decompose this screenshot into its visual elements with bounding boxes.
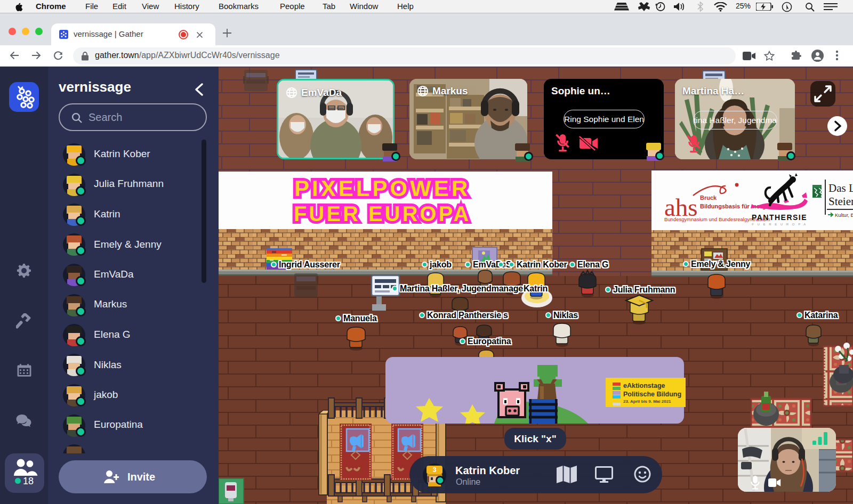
svg-text:Bruck: Bruck [700,194,717,201]
svg-text:Das La: Das La [828,182,853,194]
svg-text:Kultur, Europa,: Kultur, Europa, [835,212,853,218]
svg-text:F U E R E U R O P A: F U E R E U R O P A [752,223,807,226]
svg-text:FUER EUROPA: FUER EUROPA [294,202,471,225]
svg-text:Steierm: Steierm [828,195,853,208]
svg-text:PANTHERSIE: PANTHERSIE [752,213,807,222]
svg-text:PIXELPOWER: PIXELPOWER [294,176,470,201]
